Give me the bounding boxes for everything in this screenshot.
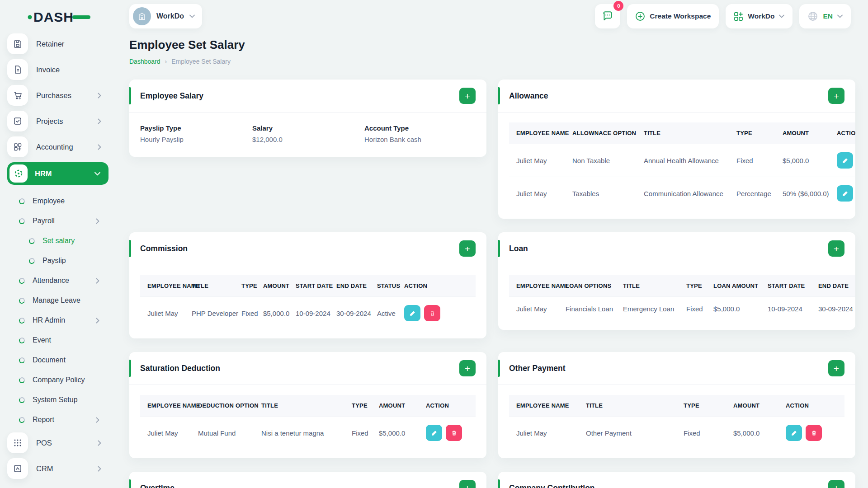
field-account-type: Account Type Horizon Bank cash [364,124,421,143]
column-header: AMOUNT [778,122,832,144]
sidebar-item-set-salary[interactable]: Set salary [0,231,116,251]
sidebar-item-report[interactable]: Report [0,410,116,430]
column-header: LOAN AMOUNT [709,275,763,297]
pencil-icon [842,190,849,197]
sidebar-item-manage-leave[interactable]: Manage Leave [0,291,116,310]
column-header: ACTION [400,275,476,297]
grid-plus-icon [7,136,28,157]
allowance-table-wrap: EMPLOYEE NAME ALLOWNACE OPTION TITLE TYP… [509,122,855,210]
card-header: Saturation Deduction + [129,352,486,385]
accent-bar [498,87,500,104]
sidebar-item-projects[interactable]: Projects [7,111,116,131]
sidebar-item-crm[interactable]: CRM [7,458,116,479]
add-employee-salary-button[interactable]: + [459,88,476,104]
sidebar-item-attendance[interactable]: Attendance [0,271,116,291]
card-title: Other Payment [509,364,828,373]
add-commission-button[interactable]: + [459,240,476,257]
loan-table: EMPLOYEE NAME LOAN OPTIONS TITLE TYPE LO… [509,275,855,321]
edit-button[interactable] [837,185,853,202]
delete-button[interactable] [446,425,462,441]
sub-item-label: Set salary [42,237,75,245]
language-selector[interactable]: EN [799,4,851,28]
sidebar-item-retainer[interactable]: Retainer [7,33,116,54]
table-row: Juliet May Non Taxable Annual Health All… [509,144,855,177]
pencil-icon [409,310,416,317]
bullet-ring-icon [19,337,26,344]
add-other-payment-button[interactable]: + [828,360,844,376]
delete-button[interactable] [424,305,440,321]
column-header: TYPE [679,395,729,417]
column-header: TITLE [187,275,237,297]
chevron-down-icon [189,14,195,18]
sidebar-item-company-policy[interactable]: Company Policy [0,370,116,390]
sidebar-item-hrm[interactable]: HRM [7,162,108,185]
chevron-right-icon [96,218,99,224]
add-overtime-button[interactable]: + [459,480,476,488]
sidebar-item-invoice[interactable]: Invoice [7,59,116,80]
breadcrumb-separator: › [165,58,167,65]
card-header: Other Payment + [498,352,855,385]
sidebar-item-accounting[interactable]: Accounting [7,136,116,157]
saturation-deduction-table-wrap: EMPLOYEE NAME DEDUCTION OPTION TITLE TYP… [140,395,476,449]
messages-button[interactable]: 0 [595,4,620,28]
cart-icon [7,85,28,106]
edit-button[interactable] [837,152,853,169]
edit-button[interactable] [404,305,420,321]
sidebar-item-label: Projects [36,117,116,126]
edit-button[interactable] [786,425,802,441]
sidebar-item-payroll[interactable]: Payroll [0,211,116,231]
table-row: Juliet May Other Payment Fixed $5,000.0 [509,417,844,450]
sub-item-label: Event [33,336,51,344]
column-header: END DATE [814,275,855,297]
cell-option: Financials Loan [561,297,618,321]
company-contribution-card: Company Contribution + [498,472,855,488]
workspace-menu-button[interactable]: WorkDo [726,4,793,28]
sub-item-label: Company Policy [33,376,85,384]
brand-logo[interactable]: DASH [27,8,91,28]
table-row: Juliet May Taxables Communication Allowa… [509,177,855,210]
cell-option: Non Taxable [568,144,639,177]
accent-bar [498,360,500,377]
edit-button[interactable] [426,425,442,441]
bullet-ring-icon [19,217,26,225]
field-label: Payslip Type [140,124,252,132]
sidebar-item-hr-admin[interactable]: HR Admin [0,310,116,330]
card-header: Commission + [129,232,486,265]
cell-employee: Juliet May [509,144,568,177]
sidebar-item-system-setup[interactable]: System Setup [0,390,116,410]
saturation-deduction-table: EMPLOYEE NAME DEDUCTION OPTION TITLE TYP… [140,395,476,449]
cell-end-date: 30-09-2024 [814,297,855,321]
pencil-icon [791,430,797,436]
delete-button[interactable] [806,425,822,441]
cell-start-date: 10-09-2024 [763,297,814,321]
cell-type: Fixed [347,417,374,450]
sidebar-item-payslip[interactable]: Payslip [0,251,116,271]
column-header: EMPLOYEE NAME [509,395,581,417]
column-header: ACTION [781,395,844,417]
cell-employee: Juliet May [509,417,581,450]
breadcrumb-dashboard-link[interactable]: Dashboard [129,58,160,65]
workspace-menu-label: WorkDo [748,12,774,20]
add-company-contribution-button[interactable]: + [828,480,844,488]
sidebar-item-purchases[interactable]: Purchases [7,85,116,106]
cell-amount: 50% ($6,000.0) [778,177,832,210]
sidebar-item-pos[interactable]: POS [7,432,116,453]
sidebar-item-document[interactable]: Document [0,350,116,370]
workspace-selector[interactable]: WorkDo [129,4,202,28]
card-title: Saturation Deduction [140,364,459,373]
add-allowance-button[interactable]: + [828,88,844,104]
sidebar-item-event[interactable]: Event [0,330,116,350]
invoice-icon [7,59,28,80]
add-loan-button[interactable]: + [828,240,844,257]
create-workspace-button[interactable]: Create Workspace [627,4,719,28]
breadcrumb-current: Employee Set Salary [171,58,231,65]
sidebar: Retainer Invoice Purchases Projects [0,33,116,488]
sidebar-item-employee[interactable]: Employee [0,191,116,211]
cell-option: Mutual Fund [193,417,257,450]
add-saturation-deduction-button[interactable]: + [459,360,476,376]
chevron-right-icon [98,144,101,150]
topbar-actions: 0 Create Workspace WorkDo [595,4,851,28]
column-header: TYPE [237,275,259,297]
card-title: Overtime [140,483,459,488]
chevron-right-icon [98,93,101,99]
